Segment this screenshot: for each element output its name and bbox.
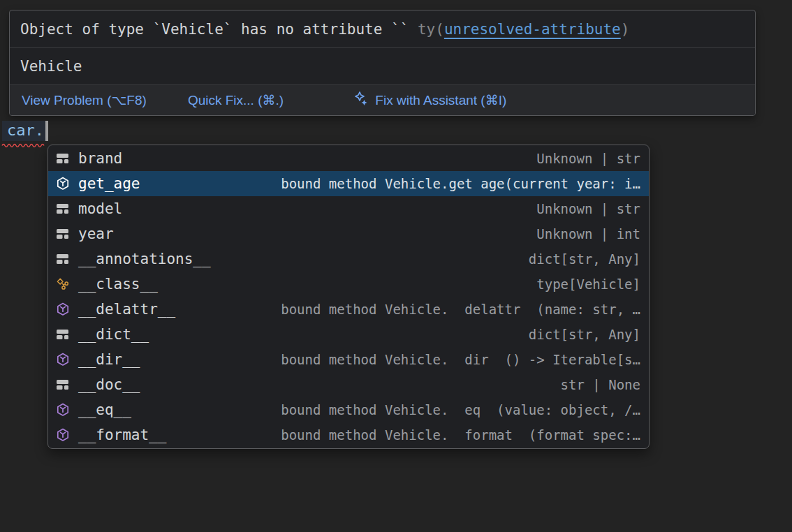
completion-label: __annotations__: [78, 251, 211, 267]
completion-label: __doc__: [78, 376, 140, 393]
completion-detail: str | None: [149, 377, 640, 392]
lint-rule-prefix: ty(: [409, 21, 444, 38]
completion-item-dict[interactable]: __dict__ dict[str, Any]: [48, 322, 649, 347]
completion-detail: bound method Vehicle.get_age(current_yea…: [149, 176, 640, 191]
completion-label: __class__: [78, 276, 158, 293]
diagnostic-popup: Object of type `Vehicle` has no attribut…: [9, 10, 756, 116]
completion-detail: bound method Vehicle.__dir__() -> Iterab…: [149, 352, 640, 367]
completion-item-delattr[interactable]: __delattr__ bound method Vehicle.__delat…: [48, 297, 649, 322]
completion-detail: bound method Vehicle.__delattr__(name: s…: [184, 302, 640, 317]
method-icon: [55, 353, 70, 367]
error-squiggle: [1, 142, 46, 147]
completion-item-annotations[interactable]: __annotations__ dict[str, Any]: [48, 246, 649, 272]
completion-label: model: [78, 200, 122, 217]
editor-code-line[interactable]: car.: [2, 119, 48, 142]
completion-label: get_age: [78, 175, 140, 192]
code-token-car[interactable]: car.: [2, 121, 45, 141]
quick-fix-label: Quick Fix... (⌘.): [188, 92, 284, 108]
diagnostic-message: Object of type `Vehicle` has no attribut…: [20, 21, 409, 38]
completion-label: __delattr__: [78, 301, 175, 318]
completion-detail: bound method Vehicle.__format__(format_s…: [175, 427, 640, 443]
diagnostic-type-name: Vehicle: [20, 58, 82, 75]
completion-item-class[interactable]: __class__ type[Vehicle]: [48, 272, 649, 297]
method-icon: [55, 428, 70, 443]
field-icon: [55, 379, 70, 390]
completion-detail: type[Vehicle]: [166, 276, 640, 292]
completion-detail: Unknown | str: [131, 151, 640, 166]
lint-rule-link[interactable]: unresolved-attribute: [444, 21, 621, 38]
completion-item-eq[interactable]: __eq__ bound method Vehicle.__eq__(value…: [48, 397, 649, 422]
completion-label: year: [78, 226, 114, 242]
completion-label: __eq__: [78, 401, 131, 418]
method-icon: [55, 177, 70, 191]
completion-detail: dict[str, Any]: [157, 327, 640, 342]
completion-label: __dir__: [78, 351, 140, 368]
completion-item-year[interactable]: year Unknown | int: [48, 221, 649, 246]
field-icon: [55, 228, 70, 239]
field-icon: [55, 153, 70, 164]
completion-label: __dict__: [78, 326, 149, 343]
completion-label: brand: [78, 150, 122, 167]
completion-item-doc[interactable]: __doc__ str | None: [48, 372, 649, 397]
editor-surface[interactable]: { "error_popup": { "message": "Object of…: [0, 0, 792, 532]
view-problem-button[interactable]: View Problem (⌥F8): [22, 92, 147, 108]
completion-detail: bound method Vehicle.__eq__(value: objec…: [140, 402, 640, 418]
quick-fix-button[interactable]: Quick Fix... (⌘.): [188, 92, 284, 108]
method-icon: [55, 403, 70, 418]
completion-item-model[interactable]: model Unknown | str: [48, 196, 649, 221]
text-cursor: [45, 121, 48, 141]
fix-with-assistant-button[interactable]: Fix with Assistant (⌘I): [325, 75, 506, 117]
fix-with-assistant-label: Fix with Assistant (⌘I): [375, 92, 506, 108]
view-problem-label: View Problem (⌥F8): [22, 92, 147, 108]
diagnostic-action-bar: View Problem (⌥F8) Quick Fix... (⌘.) Fix…: [10, 85, 755, 115]
completion-detail: Unknown | int: [122, 226, 640, 242]
field-icon: [55, 203, 70, 214]
field-icon: [55, 253, 70, 265]
method-icon: [55, 302, 70, 317]
completion-item-get-age[interactable]: get_age bound method Vehicle.get_age(cur…: [48, 171, 649, 196]
completion-detail: Unknown | str: [131, 201, 640, 216]
completion-item-dir[interactable]: __dir__ bound method Vehicle.__dir__() -…: [48, 347, 649, 372]
class-icon: [55, 278, 70, 290]
field-icon: [55, 329, 70, 340]
lint-rule-suffix: ): [621, 21, 630, 38]
diagnostic-message-row: Object of type `Vehicle` has no attribut…: [10, 10, 755, 48]
completion-label: __format__: [78, 427, 166, 443]
completion-detail: dict[str, Any]: [219, 251, 640, 267]
completion-item-brand[interactable]: brand Unknown | str: [48, 146, 649, 171]
sparkle-icon: [325, 75, 369, 117]
completion-item-format[interactable]: __format__ bound method Vehicle.__format…: [48, 422, 649, 448]
completion-dropdown: brand Unknown | str get_age bound method…: [47, 145, 650, 449]
